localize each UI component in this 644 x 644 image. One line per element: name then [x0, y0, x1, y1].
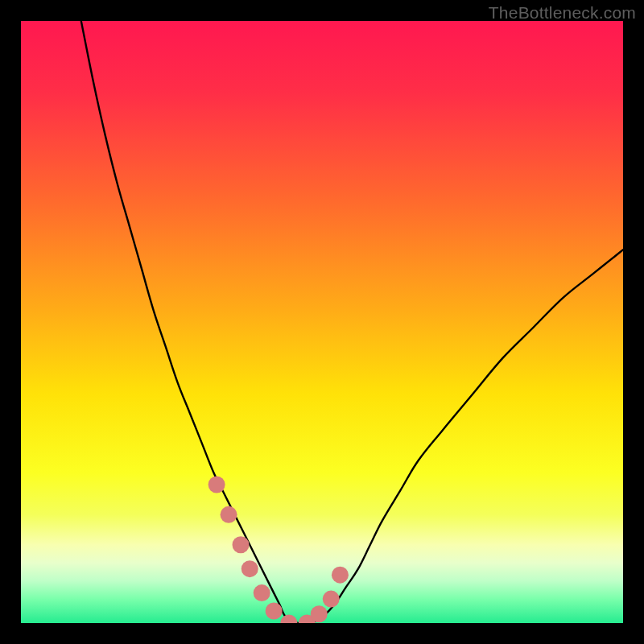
- marker-dot: [332, 567, 349, 584]
- plot-area: [21, 21, 623, 623]
- marker-dot: [266, 603, 283, 620]
- marker-dot: [280, 615, 297, 624]
- marker-dot: [323, 591, 340, 608]
- chart-frame: TheBottleneck.com: [0, 0, 644, 644]
- watermark-text: TheBottleneck.com: [489, 3, 636, 23]
- marker-dot: [233, 536, 250, 553]
- marker-dot: [242, 560, 258, 577]
- bottleneck-curve: [81, 21, 623, 623]
- marker-dot: [221, 506, 237, 523]
- marker-dot: [311, 605, 328, 622]
- marker-dot: [208, 476, 225, 493]
- marker-dot: [254, 584, 270, 601]
- chart-svg: [21, 21, 623, 623]
